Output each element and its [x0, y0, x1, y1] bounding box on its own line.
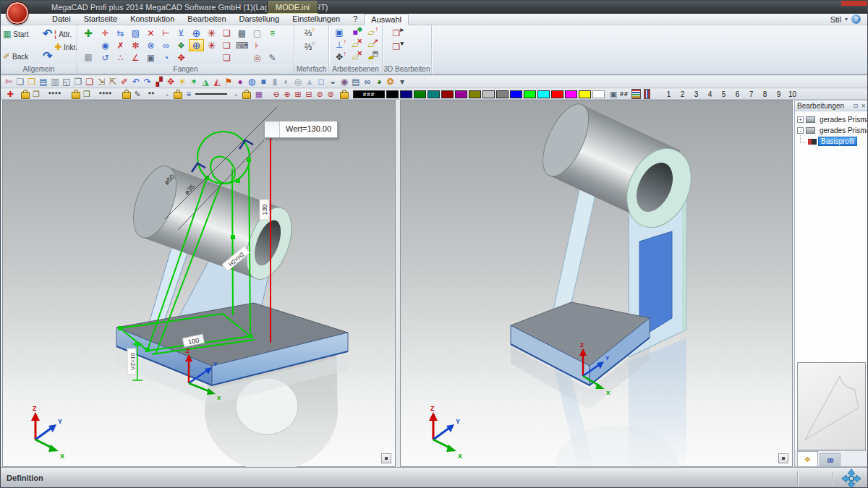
workplane-quick-icon[interactable]: ◮	[200, 76, 211, 87]
color-swatch-teal[interactable]	[427, 90, 440, 98]
wireframe-box-icon[interactable]: □	[315, 76, 327, 87]
menu-bearbeiten[interactable]: Bearbeiten	[181, 14, 232, 25]
pen-colors-icon[interactable]	[631, 89, 641, 99]
screen-colors-icon[interactable]: ▣	[608, 90, 618, 99]
line-colors-icon[interactable]	[644, 89, 650, 99]
zoom-in-icon[interactable]: ⊕	[282, 90, 292, 99]
menu-hilfe[interactable]: ?	[346, 14, 364, 25]
lock-attributes-icon[interactable]	[21, 92, 30, 99]
menu-datei[interactable]: Datei	[46, 14, 77, 25]
multi-fraction2-icon[interactable]: ⅔○	[300, 41, 316, 53]
snap-trim-icon[interactable]: ⇆	[113, 27, 128, 39]
hatch-icon[interactable]: ▦	[254, 90, 264, 99]
plane-arrow-icon[interactable]: ◭	[211, 76, 223, 87]
stil-dropdown[interactable]: Stil	[830, 15, 841, 24]
tree-item-prisma-2-label[interactable]: gerades Prisma	[817, 126, 868, 135]
hidden-line-icon[interactable]: ◒	[327, 76, 339, 87]
keyboard-input-icon[interactable]: ⌨	[234, 39, 250, 51]
snap-move-icon[interactable]: ✥	[174, 51, 189, 64]
pen-icon[interactable]: ✎	[132, 90, 142, 99]
axis-cross-icon[interactable]: ✥	[165, 76, 176, 87]
layer-number-9[interactable]: 9	[772, 90, 786, 98]
snap-circle-center-icon[interactable]: ◉	[98, 39, 113, 51]
undo-icon[interactable]: ↶	[43, 27, 52, 40]
tree-item-prisma-1[interactable]: +gerades Prisma	[797, 114, 867, 125]
page-setup-icon[interactable]: ❑	[84, 76, 95, 87]
close-button[interactable]	[841, 1, 867, 6]
value-input-field[interactable]	[265, 121, 280, 137]
tree-expander-icon[interactable]: +	[797, 116, 804, 123]
box-render-icon[interactable]: ■	[258, 76, 269, 87]
cylinder-render-icon[interactable]: ▮	[269, 76, 281, 87]
undo-small-icon[interactable]: ↶	[130, 76, 142, 87]
tab-history[interactable]: 00	[820, 453, 841, 466]
snap-intersection-icon[interactable]: ✕	[143, 27, 158, 39]
lock-color-icon[interactable]	[340, 92, 349, 99]
layer-number-3[interactable]: 3	[689, 90, 703, 98]
print-icon[interactable]: ▥	[49, 76, 61, 87]
color-swatch-white[interactable]	[592, 90, 605, 98]
raster-settings-icon[interactable]: ▩	[234, 27, 250, 39]
layers-dialog-icon[interactable]: ❐	[31, 90, 41, 99]
layer-number-7[interactable]: 7	[744, 90, 758, 98]
tree-item-prisma-2[interactable]: -gerades Prisma	[797, 125, 867, 136]
snap-area-icon[interactable]: ▣	[143, 51, 158, 64]
attr-button[interactable]: ¦ Attr.	[54, 29, 72, 39]
menu-darstellung[interactable]: Darstellung	[233, 14, 286, 25]
close-panel-icon[interactable]: ✕	[861, 103, 866, 109]
lock-group-icon[interactable]	[72, 92, 80, 99]
zoom-out-icon[interactable]: ⊖	[271, 90, 281, 99]
element-filter-box3-icon[interactable]: ❏	[219, 51, 234, 64]
flag-icon[interactable]: ⚑	[223, 76, 234, 87]
snap-center-icon[interactable]: ⊕	[189, 27, 204, 39]
snap-points-icon[interactable]: ✛	[98, 27, 113, 39]
coordinate-xy-icon[interactable]: ⊦	[250, 39, 265, 51]
trackball-icon[interactable]: ◎	[250, 51, 265, 64]
zoom-dynamic-icon[interactable]: ⊛	[326, 90, 336, 99]
color-swatch-lime[interactable]	[524, 90, 536, 98]
color-swatch-red[interactable]	[551, 90, 563, 98]
snap-raster-icon[interactable]: ▨	[128, 27, 143, 39]
color-swatch-olive[interactable]	[469, 90, 481, 98]
tree-item-basisprofil-label[interactable]: Basisprofil	[818, 137, 857, 146]
toolbar-overflow-caret[interactable]: ▾	[396, 76, 408, 87]
print-preview-icon[interactable]: ◱	[61, 76, 72, 87]
zoom-fit-icon[interactable]: ⊟	[304, 90, 314, 99]
snap-construction2-icon[interactable]: ✳	[204, 39, 219, 51]
color-swatch-navy[interactable]	[400, 90, 412, 98]
render-mode-icon[interactable]: ◉	[339, 76, 350, 87]
snap-center-active-icon[interactable]: ⊕	[189, 39, 204, 51]
copy-view-icon[interactable]: ❐	[72, 76, 84, 87]
element-filter-box2-icon[interactable]: ❏	[219, 39, 234, 51]
multi-fraction-icon[interactable]: ⅔○	[300, 27, 316, 40]
tab-preview[interactable]: ❖	[797, 451, 818, 466]
linetype-preview[interactable]	[195, 93, 227, 95]
color-swatch-magenta[interactable]	[565, 90, 577, 98]
snap-construction-icon[interactable]: ✳	[204, 27, 219, 39]
workplane-face-icon[interactable]: ▰⬒	[363, 51, 379, 64]
back-button[interactable]: ✐ Back	[3, 51, 28, 61]
minus-small-icon[interactable]: -	[162, 90, 172, 99]
tree-expander-icon[interactable]: -	[797, 127, 804, 134]
layer-number-10[interactable]: 10	[786, 90, 799, 98]
save-file-icon[interactable]: ▤	[38, 76, 49, 87]
snap-quadrant-icon[interactable]: ✻	[128, 39, 143, 51]
color-swatch-blue[interactable]	[510, 90, 522, 98]
color-swatch-silver[interactable]	[482, 90, 495, 98]
snap-perpendicular-icon[interactable]: ⊢	[158, 27, 174, 39]
snap-spline-icon[interactable]: ∴	[113, 51, 128, 64]
tree-item-prisma-1-label[interactable]: gerades Prisma	[817, 115, 868, 124]
erase-icon[interactable]: ✐	[119, 76, 130, 87]
stamp-icon[interactable]: ▞	[153, 76, 165, 87]
solid-edit-icon[interactable]: ❒▸	[388, 27, 404, 40]
torus-icon[interactable]: ◎	[292, 76, 304, 87]
import-icon[interactable]: ⇲	[95, 76, 107, 87]
color-swatch-purple[interactable]	[455, 90, 467, 98]
viewport-left[interactable]: ø50 ø35 130 H2=H2 100	[2, 100, 396, 467]
zoom-previous-icon[interactable]: ⊚	[315, 90, 325, 99]
lamp-icon[interactable]: ☀	[176, 76, 188, 87]
layer-stack-icon[interactable]: ≡	[265, 27, 280, 39]
tree-item-basisprofil[interactable]: Basisprofil	[797, 136, 867, 147]
workplane-origin-icon[interactable]: ✥↑	[331, 51, 347, 64]
pan-move-icon[interactable]	[841, 468, 862, 488]
